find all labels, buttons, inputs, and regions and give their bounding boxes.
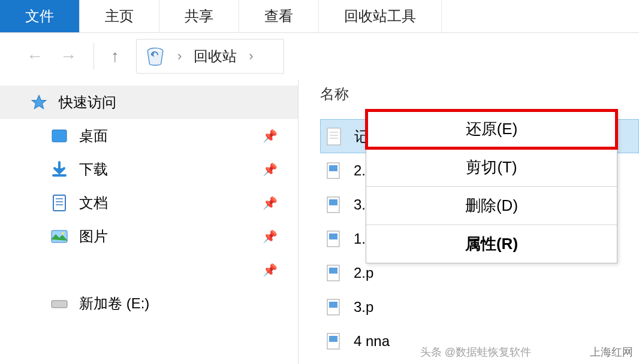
tab-view[interactable]: 查看 <box>239 0 319 32</box>
pin-icon: 📌 <box>263 263 278 277</box>
svg-rect-24 <box>329 336 337 342</box>
svg-rect-8 <box>52 301 67 308</box>
watermark-text: 上海红网 <box>590 345 633 359</box>
file-name: 3.p <box>354 299 373 316</box>
sidebar-item-pictures[interactable]: 图片 📌 <box>0 220 298 253</box>
star-icon <box>30 93 48 111</box>
svg-rect-22 <box>329 302 337 308</box>
sidebar-item-downloads[interactable]: 下载 📌 <box>0 153 298 186</box>
context-menu-restore[interactable]: 还原(E) <box>366 110 617 148</box>
ribbon-tabs: 文件 主页 共享 查看 回收站工具 <box>0 0 639 33</box>
context-menu-cut[interactable]: 剪切(T) <box>366 148 617 187</box>
nav-separator <box>94 43 94 69</box>
image-file-icon <box>325 331 342 351</box>
back-arrow-icon[interactable]: ← <box>26 47 43 66</box>
svg-point-7 <box>62 232 64 235</box>
sidebar-item-empty[interactable]: 📌 <box>0 253 298 287</box>
sidebar-item-label: 新加卷 (E:) <box>79 294 149 313</box>
file-row[interactable]: 3.p <box>320 290 639 324</box>
tab-home[interactable]: 主页 <box>80 0 159 32</box>
tab-share[interactable]: 共享 <box>159 0 239 32</box>
svg-rect-16 <box>329 199 337 205</box>
watermark-text: 头条 @数据蛙恢复软件 <box>420 345 531 359</box>
sidebar-item-label: 图片 <box>79 227 108 246</box>
pin-icon: 📌 <box>263 162 278 177</box>
sidebar: 快速访问 桌面 📌 下载 📌 文档 📌 图片 <box>0 80 299 364</box>
content-pane: 名称 记事本 txt 2.p 3.p 1.p <box>299 80 639 364</box>
pictures-icon <box>50 228 68 245</box>
file-name: 4 nna <box>354 333 390 350</box>
sidebar-item-documents[interactable]: 文档 📌 <box>0 186 298 220</box>
image-file-icon <box>325 229 342 249</box>
address-location: 回收站 <box>194 47 237 66</box>
svg-rect-20 <box>329 268 337 274</box>
sidebar-item-label: 快速访问 <box>59 93 116 112</box>
navigation-bar: ← → ↑ › 回收站 › <box>0 33 639 80</box>
image-file-icon <box>325 160 342 181</box>
svg-rect-2 <box>53 195 65 211</box>
context-menu: 还原(E) 剪切(T) 删除(D) 属性(R) <box>366 110 617 263</box>
image-file-icon <box>325 297 342 317</box>
up-arrow-icon[interactable]: ↑ <box>111 47 119 66</box>
sidebar-item-label: 桌面 <box>79 126 108 145</box>
file-name: 2.p <box>354 265 373 281</box>
sidebar-item-label: 下载 <box>79 160 108 179</box>
chevron-right-icon[interactable]: › <box>249 48 253 64</box>
context-menu-delete[interactable]: 删除(D) <box>366 187 617 225</box>
forward-arrow-icon[interactable]: → <box>60 47 77 66</box>
pin-icon: 📌 <box>263 196 278 210</box>
documents-icon <box>50 194 68 212</box>
sidebar-quick-access[interactable]: 快速访问 <box>0 86 298 119</box>
main-area: 快速访问 桌面 📌 下载 📌 文档 📌 图片 <box>0 80 639 364</box>
svg-rect-14 <box>329 165 337 171</box>
tab-recyclebin-tools[interactable]: 回收站工具 <box>319 0 442 32</box>
recycle-bin-icon <box>145 46 165 66</box>
desktop-icon <box>50 127 68 145</box>
downloads-icon <box>50 160 68 178</box>
pin-icon: 📌 <box>263 229 278 244</box>
chevron-right-icon: › <box>177 48 182 64</box>
drive-icon <box>50 295 68 313</box>
sidebar-item-desktop[interactable]: 桌面 📌 <box>0 119 298 153</box>
svg-rect-18 <box>329 233 337 239</box>
address-bar[interactable]: › 回收站 › <box>136 39 284 74</box>
sidebar-item-new-volume[interactable]: 新加卷 (E:) <box>0 287 298 320</box>
image-file-icon <box>325 195 342 215</box>
context-menu-properties[interactable]: 属性(R) <box>366 225 617 263</box>
sidebar-item-label: 文档 <box>79 193 108 213</box>
text-file-icon <box>325 126 342 147</box>
svg-rect-1 <box>52 130 67 142</box>
tab-file[interactable]: 文件 <box>0 0 80 32</box>
column-header-name[interactable]: 名称 <box>320 84 639 104</box>
pin-icon: 📌 <box>263 129 278 143</box>
svg-rect-9 <box>327 128 340 145</box>
image-file-icon <box>325 263 342 283</box>
